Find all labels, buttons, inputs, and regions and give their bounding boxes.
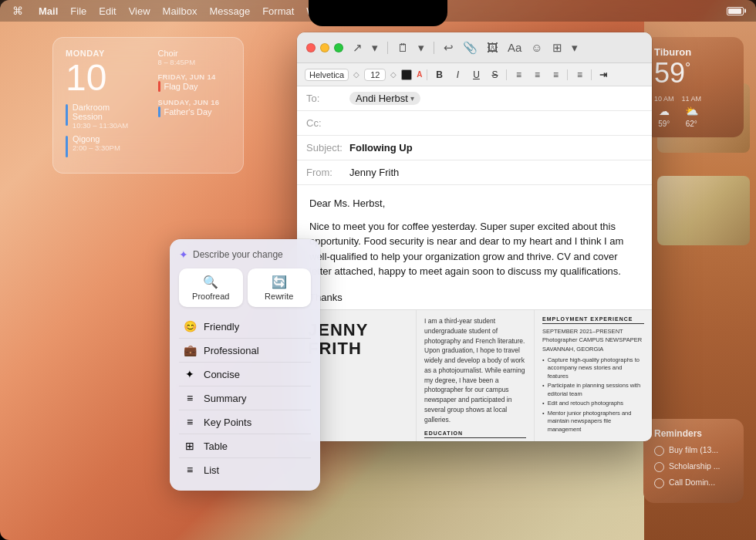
resume-exp-content: SEPTEMBER 2021–PRESENT Photographer CAMP… [542, 327, 644, 353]
menu-message[interactable]: Message [209, 5, 250, 17]
traffic-lights [306, 43, 343, 52]
apple-menu-icon[interactable]: ⌘ [12, 5, 23, 17]
resume-bio: I am a third-year student undergraduate … [424, 316, 526, 424]
menu-mail[interactable]: Mail [39, 5, 58, 17]
reminders-title: Reminders [654, 428, 733, 439]
calendar-date: 10 [66, 59, 139, 96]
subject-label: Subject: [306, 142, 349, 154]
to-label: To: [306, 93, 349, 104]
chip-arrow: ▾ [410, 94, 414, 103]
color-picker[interactable] [401, 69, 412, 80]
cal-future-name-1: Flag Day [164, 82, 198, 91]
cal-choir-time: 8 – 8:45PM [158, 58, 231, 66]
cal-event-name-1: Darkroom Session [73, 103, 139, 121]
tool-sep-1 [387, 42, 388, 54]
align-center-button[interactable]: ≡ [530, 69, 544, 80]
photo-icon[interactable]: 🖼 [487, 41, 498, 54]
cal-event-dot-2 [66, 136, 68, 157]
mail-body[interactable]: Dear Ms. Herbst, Nice to meet you for co… [297, 185, 652, 309]
resume-edu-title: EDUCATION [424, 430, 526, 438]
resume-exp-title: EMPLOYMENT EXPERIENCE [542, 316, 644, 324]
menu-format[interactable]: Format [262, 5, 294, 17]
ai-spark-icon: ✦ [179, 248, 188, 261]
to-chip[interactable]: Andi Herbst ▾ [349, 92, 420, 105]
ai-option-table[interactable]: ⊞Table [179, 434, 311, 458]
compose-dropdown-icon[interactable]: ▾ [418, 41, 424, 55]
strikethrough-button[interactable]: S [488, 69, 501, 80]
resume-exp-col: EMPLOYMENT EXPERIENCE SEPTEMBER 2021–PRE… [535, 310, 652, 441]
underline-button[interactable]: U [469, 69, 483, 80]
font-size-field[interactable]: 12 [364, 69, 386, 81]
reminders-widget: Reminders Buy film (13... Scholarship ..… [643, 419, 744, 503]
indent-button[interactable]: ⇥ [596, 69, 610, 80]
mail-cc-field[interactable]: Cc: [297, 111, 652, 136]
reminder-item-1: Buy film (13... [654, 445, 733, 456]
maximize-button[interactable] [334, 43, 343, 52]
from-label: From: [306, 167, 349, 178]
cal-flag-dot-1 [158, 81, 160, 92]
resume-bullet-item: Capture high-quality photographs to acco… [542, 356, 644, 381]
cal-event-dot-1 [66, 104, 68, 126]
menu-file[interactable]: File [70, 5, 86, 17]
font-selector[interactable]: Helvetica [305, 69, 349, 81]
mail-header: To: Andi Herbst ▾ Cc: Subject: Following… [297, 86, 652, 185]
send-icon[interactable]: ↗ [353, 41, 363, 55]
cc-label: Cc: [306, 117, 349, 129]
ai-option-friendly[interactable]: 😊Friendly [179, 315, 311, 339]
italic-button[interactable]: I [451, 69, 464, 80]
weather-hour-2: 11 AM ⛅ 62° [682, 95, 702, 128]
calendar-widget: MONDAY 10 Darkroom Session 10:30 – 11:30… [52, 37, 244, 174]
cal-flag-dot-2 [158, 106, 160, 117]
weather-widget: Tiburon 59° 10 AM ☁ 59° 11 AM ⛅ 62° [643, 37, 744, 137]
align-left-button[interactable]: ≡ [511, 69, 525, 80]
cal-event-time-1: 10:30 – 11:30AM [73, 121, 139, 130]
menu-edit[interactable]: Edit [99, 5, 116, 17]
rewrite-button[interactable]: 🔄 Rewrite [248, 268, 312, 307]
cal-future-date-1: FRIDAY, JUN 14 [158, 73, 231, 81]
menu-view[interactable]: View [129, 5, 150, 17]
tool-sep-2 [434, 42, 434, 54]
attachment-icon[interactable]: 📎 [463, 41, 478, 55]
photo-card-bottom [657, 176, 750, 245]
ai-compose-popup: ✦ Describe your change 🔍 Proofread 🔄 Rew… [170, 239, 320, 491]
cal-choir-name: Choir [158, 49, 231, 58]
proofread-icon: 🔍 [203, 275, 218, 289]
close-button[interactable] [306, 43, 316, 52]
ai-option-list[interactable]: ≡List [179, 458, 311, 481]
reminder-item-2: Scholarship ... [654, 461, 733, 472]
subject-value[interactable]: Following Up [349, 142, 643, 154]
ai-option-professional[interactable]: 💼Professional [179, 339, 311, 363]
menu-mailbox[interactable]: Mailbox [163, 5, 197, 17]
weather-hour-1: 10 AM ☁ 59° [654, 95, 674, 128]
reply-icon[interactable]: ↩ [444, 41, 454, 55]
ai-option-key-points[interactable]: ≡Key Points [179, 410, 311, 434]
resume-bullet-item: Participate in planning sessions with ed… [542, 382, 644, 398]
resume-bio-col: I am a third-year student undergraduate … [417, 310, 535, 441]
mail-subject-field: Subject: Following Up [297, 136, 652, 160]
font-icon[interactable]: Aa [508, 41, 521, 54]
rewrite-icon: 🔄 [272, 275, 287, 289]
ai-option-summary[interactable]: ≡Summary [179, 386, 311, 410]
mail-toolbar: ↗ ▾ 🗒 ▾ ↩ 📎 🖼 Aa ☺ ⊞ ▾ [297, 32, 652, 63]
gallery-icon[interactable]: ⊞ [552, 41, 562, 55]
align-right-button[interactable]: ≡ [548, 69, 562, 80]
reminder-item-3: Call Domin... [654, 478, 733, 488]
ai-option-concise[interactable]: ✦Concise [179, 363, 311, 386]
minimize-button[interactable] [320, 43, 329, 52]
bold-button[interactable]: B [432, 69, 446, 80]
mail-greeting: Dear Ms. Herbst, [309, 196, 640, 211]
rewrite-label: Rewrite [265, 292, 293, 301]
resume-bullet-item: Mentor junior photographers and maintain… [542, 410, 644, 434]
list-button[interactable]: ≡ [572, 69, 586, 80]
compose-icon[interactable]: 🗒 [397, 41, 409, 54]
proofread-button[interactable]: 🔍 Proofread [179, 268, 243, 307]
cal-event-time-2: 2:00 – 3:30PM [73, 143, 120, 152]
ai-popup-title: Describe your change [193, 249, 283, 260]
emoji-icon[interactable]: ☺ [531, 41, 542, 54]
battery-icon [727, 7, 744, 15]
mail-format-bar: Helvetica ◇ 12 ◇ A B I U S ≡ ≡ ≡ ≡ ⇥ [297, 63, 652, 86]
mail-to-field: To: Andi Herbst ▾ [297, 86, 652, 111]
mail-window: ↗ ▾ 🗒 ▾ ↩ 📎 🖼 Aa ☺ ⊞ ▾ Helvetica ◇ 12 ◇ … [297, 32, 652, 441]
gallery-dropdown-icon[interactable]: ▾ [572, 41, 578, 55]
send-dropdown-icon[interactable]: ▾ [372, 41, 378, 55]
